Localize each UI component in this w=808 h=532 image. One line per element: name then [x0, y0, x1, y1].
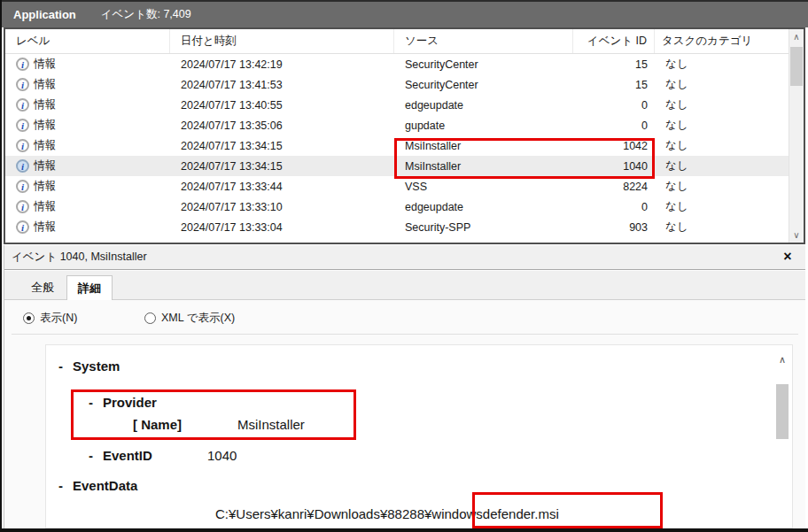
cell-cat: なし	[655, 197, 789, 217]
collapse-icon[interactable]: -	[58, 478, 73, 493]
radio-friendly-view[interactable]: 表示(N)	[23, 311, 77, 326]
cell-eid: 0	[573, 197, 655, 217]
cell-level: i情報	[5, 95, 170, 115]
tab-general[interactable]: 全般	[22, 276, 63, 299]
cell-eid: 903	[573, 217, 655, 237]
cell-dt: 2024/07/17 13:34:15	[170, 135, 394, 156]
table-row[interactable]: i情報2024/07/17 13:41:53SecurityCenter15なし	[5, 74, 789, 95]
collapse-icon[interactable]: -	[58, 359, 73, 374]
eventid-value: 1040	[207, 448, 237, 463]
cell-src: gupdate	[394, 115, 573, 135]
information-icon: i	[16, 220, 29, 234]
event-count: イベント数: 7,409	[101, 7, 191, 22]
cell-level: i情報	[5, 54, 170, 74]
cell-level: i情報	[5, 217, 170, 237]
cell-cat: なし	[655, 156, 789, 176]
log-name: Application	[13, 8, 76, 21]
event-viewer-window: Application イベント数: 7,409 レベル 日付と時刻 ソース イ…	[0, 0, 808, 532]
cell-src: edgeupdate	[394, 197, 573, 217]
table-row[interactable]: i情報2024/07/17 13:33:10edgeupdate0なし	[5, 197, 789, 217]
cell-dt: 2024/07/17 13:33:44	[170, 176, 394, 197]
information-icon: i	[16, 159, 29, 173]
event-list-scrollbar[interactable]: ∧ ∨	[789, 29, 804, 243]
column-header-category[interactable]: タスクのカテゴリ	[655, 29, 789, 53]
radio-friendly-label: 表示(N)	[40, 311, 77, 326]
information-icon: i	[16, 98, 29, 112]
cell-src: Security-SPP	[394, 217, 573, 237]
close-icon[interactable]: ×	[779, 248, 796, 266]
table-row[interactable]: i情報2024/07/17 13:34:15MsiInstaller1040なし	[5, 156, 789, 176]
cell-src: edgeupdate	[394, 95, 573, 115]
scroll-down-icon[interactable]: ∨	[789, 227, 804, 243]
scrollbar-thumb[interactable]	[790, 47, 803, 86]
cell-dt: 2024/07/17 13:33:10	[170, 197, 394, 217]
table-row[interactable]: i情報2024/07/17 13:34:15MsiInstaller1042なし	[5, 135, 789, 156]
tab-details[interactable]: 詳細	[66, 275, 113, 300]
eventdata-value: C:¥Users¥kanri¥Downloads¥88288¥windowsde…	[215, 506, 559, 521]
information-icon: i	[16, 119, 29, 132]
cell-dt: 2024/07/17 13:42:19	[170, 54, 394, 74]
cell-level: i情報	[5, 74, 170, 95]
cell-dt: 2024/07/17 13:33:04	[170, 217, 394, 237]
friendly-view: - System - Provider [ Name] MsiInstaller…	[45, 344, 793, 528]
cell-src: MsiInstaller	[394, 135, 573, 156]
radio-divider	[12, 334, 798, 335]
scroll-up-icon[interactable]: ∧	[773, 352, 791, 367]
scroll-up-icon[interactable]: ∧	[789, 29, 804, 44]
tree-node-provider[interactable]: - Provider	[89, 395, 157, 410]
event-rows: i情報2024/07/17 13:42:19SecurityCenter15なし…	[5, 54, 789, 243]
table-row[interactable]: i情報2024/07/17 13:42:19SecurityCenter15なし	[5, 54, 789, 74]
table-row[interactable]: i情報2024/07/17 13:33:44VSS8224なし	[5, 176, 789, 197]
table-row[interactable]: i情報2024/07/17 13:33:04Security-SPP903なし	[5, 217, 789, 237]
preview-separator	[4, 269, 805, 271]
view-mode-radios: 表示(N) XML で表示(X)	[4, 311, 805, 327]
cell-cat: なし	[655, 135, 789, 156]
cell-cat: なし	[655, 115, 789, 135]
cell-level: i情報	[5, 115, 170, 135]
radio-xml-label: XML で表示(X)	[161, 311, 235, 326]
preview-title: イベント 1040, MsiInstaller	[12, 250, 147, 265]
cell-cat: なし	[655, 54, 789, 74]
cell-dt: 2024/07/17 13:35:06	[170, 115, 394, 135]
table-row[interactable]: i情報2024/07/17 13:40:55edgeupdate0なし	[5, 95, 789, 115]
cell-cat: なし	[655, 217, 789, 237]
cell-dt: 2024/07/17 13:34:15	[170, 156, 394, 176]
tree-node-system[interactable]: - System	[58, 359, 120, 374]
event-list: レベル 日付と時刻 ソース イベント ID タスクのカテゴリ i情報2024/0…	[4, 27, 805, 244]
radio-dot-icon	[23, 312, 35, 324]
cell-src: VSS	[394, 176, 573, 197]
column-header-source[interactable]: ソース	[394, 29, 573, 53]
scrollbar-thumb[interactable]	[776, 384, 789, 439]
attribute-value: MsiInstaller	[237, 417, 305, 432]
column-header-level[interactable]: レベル	[5, 29, 170, 53]
cell-src: SecurityCenter	[394, 54, 573, 74]
cell-src: SecurityCenter	[394, 74, 573, 95]
friendly-view-scrollbar[interactable]: ∧	[773, 352, 791, 528]
cell-eid: 0	[573, 115, 655, 135]
log-header-bar: Application イベント数: 7,409	[2, 0, 808, 27]
preview-titlebar: イベント 1040, MsiInstaller ×	[4, 245, 805, 269]
information-icon: i	[16, 139, 29, 152]
tree-node-eventdata[interactable]: - EventData	[58, 478, 137, 493]
collapse-icon[interactable]: -	[89, 448, 103, 463]
information-icon: i	[16, 180, 29, 193]
attribute-key: [ Name]	[133, 417, 237, 432]
radio-xml-view[interactable]: XML で表示(X)	[144, 311, 235, 326]
cell-level: i情報	[5, 135, 170, 156]
details-tab-page: 表示(N) XML で表示(X) - System - Provider	[4, 300, 805, 528]
cell-dt: 2024/07/17 13:41:53	[170, 74, 394, 95]
cell-eid: 1040	[573, 156, 655, 176]
cell-eid: 15	[573, 74, 655, 95]
table-row[interactable]: i情報2024/07/17 13:35:06gupdate0なし	[5, 115, 789, 135]
column-header-datetime[interactable]: 日付と時刻	[170, 29, 394, 53]
cell-dt: 2024/07/17 13:40:55	[170, 95, 394, 115]
cell-level: i情報	[5, 176, 170, 197]
event-list-header: レベル 日付と時刻 ソース イベント ID タスクのカテゴリ	[5, 29, 789, 54]
preview-tabstrip: 全般 詳細	[4, 274, 805, 299]
tree-node-eventid[interactable]: - EventID 1040	[89, 448, 237, 463]
column-header-eventid[interactable]: イベント ID	[573, 29, 655, 53]
information-icon: i	[16, 58, 29, 71]
cell-level: i情報	[5, 197, 170, 217]
collapse-icon[interactable]: -	[89, 395, 103, 410]
cell-eid: 0	[573, 95, 655, 115]
